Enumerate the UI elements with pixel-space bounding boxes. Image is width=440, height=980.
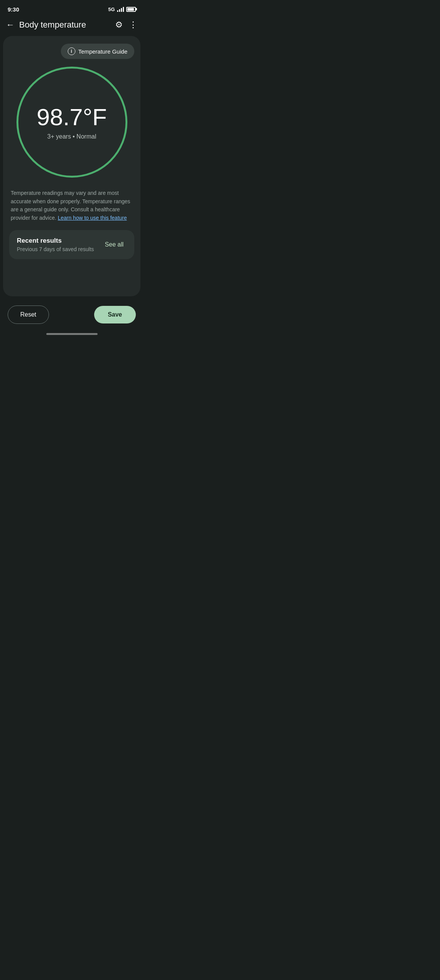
page-title: Body temperature	[19, 20, 86, 30]
see-all-button[interactable]: See all	[102, 240, 127, 250]
temperature-meta: 3+ years • Normal	[47, 133, 96, 140]
guide-button-label: Temperature Guide	[78, 48, 127, 55]
guide-button-row: i Temperature Guide	[9, 44, 134, 59]
disclaimer-text: Temperature readings may vary and are mo…	[9, 189, 134, 222]
recent-results-card: Recent results Previous 7 days of saved …	[9, 230, 134, 259]
header-left: ← Body temperature	[6, 20, 115, 30]
temperature-circle-container: 98.7°F 3+ years • Normal	[9, 67, 134, 178]
recent-results-info: Recent results Previous 7 days of saved …	[17, 237, 94, 252]
recent-results-subtitle: Previous 7 days of saved results	[17, 246, 94, 252]
recent-results-title: Recent results	[17, 237, 94, 245]
status-bar: 9:30 5G	[0, 0, 143, 17]
back-button[interactable]: ←	[6, 20, 15, 30]
more-options-icon[interactable]: ⋮	[129, 20, 137, 30]
status-icons: 5G	[108, 7, 136, 12]
temperature-value: 98.7°F	[37, 104, 107, 130]
reset-button[interactable]: Reset	[8, 305, 49, 324]
app-header: ← Body temperature ⚙ ⋮	[0, 17, 143, 36]
battery-icon	[126, 7, 136, 12]
save-button[interactable]: Save	[94, 306, 136, 323]
main-card: i Temperature Guide 98.7°F 3+ years • No…	[3, 36, 140, 296]
temperature-guide-button[interactable]: i Temperature Guide	[61, 44, 134, 59]
info-icon: i	[68, 47, 75, 55]
status-time: 9:30	[8, 6, 19, 13]
signal-icon	[117, 7, 124, 12]
learn-more-link[interactable]: Learn how to use this feature	[58, 215, 127, 221]
bottom-actions: Reset Save	[0, 296, 143, 330]
temperature-circle: 98.7°F 3+ years • Normal	[16, 67, 127, 178]
home-indicator	[46, 333, 98, 335]
battery-fill	[127, 8, 134, 11]
settings-icon[interactable]: ⚙	[115, 20, 123, 30]
header-actions: ⚙ ⋮	[115, 20, 137, 30]
network-label: 5G	[108, 7, 115, 12]
